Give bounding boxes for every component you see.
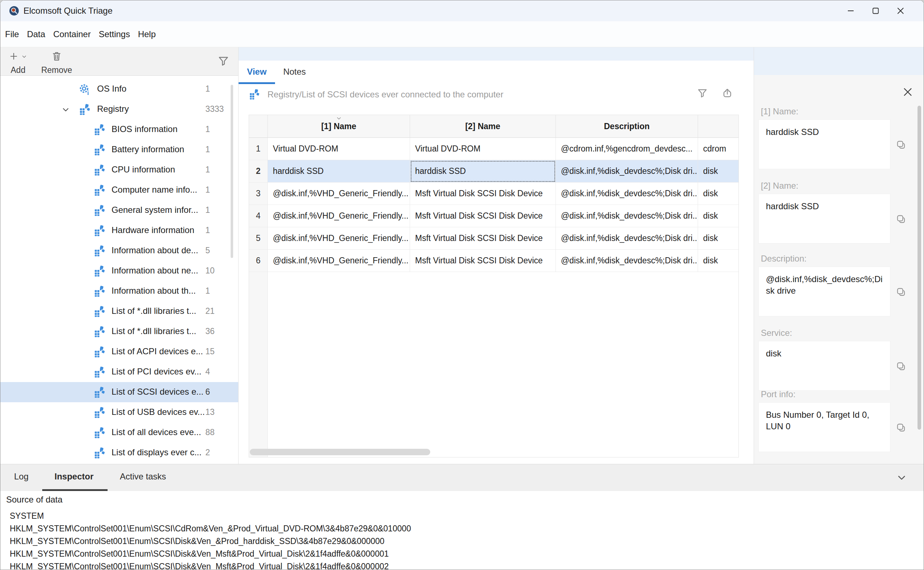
sidebar-item-label: List of ACPI devices e...: [112, 346, 203, 356]
tab-notes[interactable]: Notes: [275, 61, 314, 83]
menu-data[interactable]: Data: [23, 29, 49, 39]
sidebar-item-displays[interactable]: List of displays ever c...2: [0, 443, 239, 463]
sidebar-item-battery[interactable]: Battery information1: [0, 139, 239, 160]
cell-name2-focused: harddisk SSD: [415, 166, 466, 176]
bottom-tab-bar: Log Inspector Active tasks: [0, 464, 924, 491]
sidebar-item-info-de[interactable]: Information about de...5: [0, 241, 239, 261]
cell-name2: Msft Virtual Disk SCSI Disk Device: [415, 233, 543, 243]
sidebar-item-label: Computer name info...: [112, 185, 197, 195]
column-header-description[interactable]: Description: [556, 115, 698, 138]
menu-settings[interactable]: Settings: [95, 29, 134, 39]
sidebar-item-computer-name[interactable]: Computer name info...1: [0, 180, 239, 200]
sidebar-item-count: 10: [206, 266, 215, 276]
row-number: 2: [256, 166, 261, 176]
sidebar-item-label: List of PCI devices ev...: [112, 366, 201, 377]
cell-name1: @disk.inf,%VHD_Generic_Friendly...: [273, 211, 408, 221]
tab-active-tasks[interactable]: Active tasks: [120, 472, 166, 482]
copy-icon[interactable]: [896, 423, 906, 432]
tab-log[interactable]: Log: [14, 472, 29, 482]
sidebar-item-label: General system infor...: [112, 205, 198, 215]
minimize-button[interactable]: [839, 0, 863, 21]
column-header-service[interactable]: [698, 115, 738, 138]
maximize-icon: [872, 7, 879, 14]
cell-description: @disk.inf,%disk_devdesc%;Disk dri...: [561, 256, 698, 265]
field-label: [2] Name:: [761, 181, 798, 191]
add-dropdown-chevron-icon[interactable]: [21, 54, 27, 60]
menu-help[interactable]: Help: [134, 29, 160, 39]
cell-service: disk: [703, 188, 718, 198]
column-header-rownum[interactable]: [249, 115, 268, 138]
registry-icon: [94, 224, 106, 237]
registry-icon: [94, 346, 106, 358]
tab-inspector[interactable]: Inspector: [55, 472, 94, 482]
sidebar-item-label: List of all devices eve...: [112, 427, 201, 437]
close-button[interactable]: [889, 0, 912, 21]
close-icon: [897, 7, 904, 14]
close-detail-icon[interactable]: [903, 87, 913, 97]
results-table: [1] Name [2] Name Description 1 Virtual …: [249, 115, 739, 457]
cell-service: cdrom: [703, 144, 726, 154]
sidebar-item-registry[interactable]: Registry3333: [0, 99, 239, 120]
rownum-gutter: [249, 272, 268, 457]
sidebar-item-usb[interactable]: List of USB devices ev...13: [0, 402, 239, 423]
menu-bar: File Data Container Settings Help: [0, 21, 924, 47]
sidebar-item-info-th[interactable]: Information about th...1: [0, 281, 239, 301]
minimize-icon: [847, 7, 854, 14]
horizontal-scrollbar-thumb[interactable]: [250, 449, 430, 455]
table-row[interactable]: 6 @disk.inf,%VHD_Generic_Friendly... Msf…: [249, 250, 738, 272]
collapse-panel-chevron-icon[interactable]: [896, 472, 907, 483]
cell-name1: Virtual DVD-ROM: [273, 144, 338, 154]
registry-path-line: HKLM_SYSTEM\ControlSet001\Enum\SCSI\CdRo…: [10, 522, 411, 535]
column-header-name1[interactable]: [1] Name: [268, 115, 410, 138]
sidebar-item-info-ne[interactable]: Information about ne...10: [0, 261, 239, 281]
field-value-service: disk: [758, 341, 890, 391]
detail-panel-scrollbar[interactable]: [918, 106, 921, 430]
copy-icon[interactable]: [896, 361, 906, 371]
menu-file[interactable]: File: [1, 29, 23, 39]
remove-label: Remove: [39, 65, 74, 75]
table-filter-icon[interactable]: [697, 88, 708, 98]
copy-icon[interactable]: [896, 214, 906, 224]
sidebar-item-hardware[interactable]: Hardware information1: [0, 221, 239, 241]
copy-icon[interactable]: [896, 139, 906, 150]
chevron-down-icon[interactable]: [61, 105, 70, 114]
sidebar-item-acpi[interactable]: List of ACPI devices e...15: [0, 342, 239, 362]
table-row[interactable]: 5 @disk.inf,%VHD_Generic_Friendly... Msf…: [249, 227, 738, 250]
registry-icon: [94, 366, 106, 378]
registry-icon: [94, 426, 106, 439]
sidebar-item-label: Information about th...: [112, 286, 196, 296]
sidebar-item-all-devices[interactable]: List of all devices eve...88: [0, 423, 239, 443]
sidebar-scrollbar[interactable]: [231, 85, 233, 258]
sidebar-item-scsi[interactable]: List of SCSI devices e...6: [0, 382, 239, 402]
tab-view[interactable]: View: [239, 61, 275, 83]
registry-icon: [94, 123, 106, 136]
table-row[interactable]: 1 Virtual DVD-ROM Virtual DVD-ROM @cdrom…: [249, 138, 738, 160]
sidebar-item-os-info[interactable]: OS Info1: [0, 79, 239, 99]
sidebar-item-count: 1: [206, 165, 210, 175]
sidebar-item-cpu[interactable]: CPU information1: [0, 160, 239, 180]
maximize-button[interactable]: [864, 0, 887, 21]
active-tab-underline: [239, 82, 275, 84]
copy-icon[interactable]: [896, 287, 906, 297]
table-row-selected[interactable]: 2 harddisk SSD harddisk SSD @disk.inf,%d…: [249, 160, 738, 182]
field-label: Description:: [761, 254, 807, 264]
sidebar-item-count: 1: [206, 205, 210, 215]
main-view: View Notes Registry/List of SCSI devices…: [239, 47, 754, 464]
menu-container[interactable]: Container: [49, 29, 95, 39]
table-row[interactable]: 3 @disk.inf,%VHD_Generic_Friendly... Msf…: [249, 182, 738, 205]
sidebar-item-general-system[interactable]: General system infor...1: [0, 200, 239, 221]
horizontal-scrollbar[interactable]: [250, 449, 738, 456]
export-icon[interactable]: [722, 88, 733, 98]
sidebar-item-dll-2[interactable]: List of *.dll libraries t...36: [0, 322, 239, 342]
sidebar-item-bios[interactable]: BIOS information1: [0, 120, 239, 139]
column-header-label: Description: [604, 121, 650, 131]
sidebar-item-label: BIOS information: [112, 124, 178, 134]
app-window: Elcomsoft Quick Triage File Data Contain…: [0, 0, 924, 570]
sidebar-item-count: 2: [206, 448, 210, 457]
cell-name2: Virtual DVD-ROM: [415, 144, 480, 154]
sidebar-item-pci[interactable]: List of PCI devices ev...4: [0, 362, 239, 382]
sidebar-item-dll-1[interactable]: List of *.dll libraries t...21: [0, 301, 239, 322]
sidebar-filter-icon[interactable]: [218, 55, 229, 67]
column-header-name2[interactable]: [2] Name: [410, 115, 556, 138]
table-row[interactable]: 4 @disk.inf,%VHD_Generic_Friendly... Msf…: [249, 205, 738, 227]
